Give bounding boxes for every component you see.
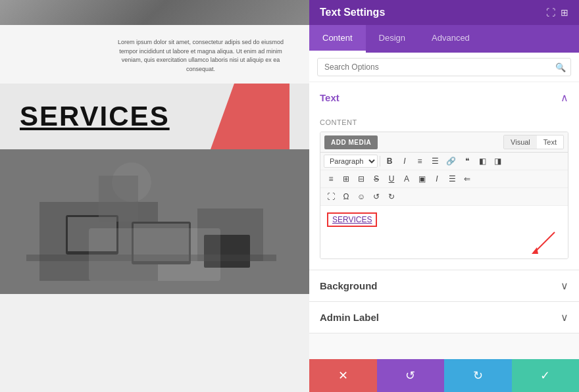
special-char-btn[interactable]: Ω: [339, 190, 353, 203]
redo-icon: ↻: [473, 368, 483, 383]
svg-rect-4: [132, 222, 191, 264]
grid-icon[interactable]: ⊞: [561, 7, 568, 18]
svg-rect-3: [68, 217, 116, 251]
text-section-body: Content ADD MEDIA Visual Text Paragraph: [309, 113, 579, 270]
services-section: SERVICES: [0, 84, 309, 149]
svg-line-11: [535, 232, 555, 252]
justify-btn[interactable]: ☰: [445, 172, 459, 185]
cancel-button[interactable]: ✕: [309, 359, 377, 392]
fullscreen-editor-btn[interactable]: ⛶: [324, 190, 338, 203]
lorem-text: Lorem ipsum dolor sit amet, consectetur …: [112, 38, 290, 74]
ordered-list-btn[interactable]: ☰: [428, 155, 442, 168]
services-link[interactable]: SERVICES: [327, 212, 377, 227]
align-right-btn[interactable]: ◨: [490, 155, 505, 168]
editor-content-area[interactable]: SERVICES: [320, 206, 568, 258]
settings-panel: Text Settings ⛶ ⊞ Content Design Advance…: [309, 0, 579, 392]
preview-top-image: [0, 0, 309, 25]
tab-visual[interactable]: Visual: [504, 135, 537, 149]
add-media-button[interactable]: ADD MEDIA: [324, 135, 378, 149]
strikethrough-btn[interactable]: S: [369, 172, 384, 185]
admin-label-section: Admin Label ∨: [309, 302, 579, 333]
page-preview: Lorem ipsum dolor sit amet, consectetur …: [0, 0, 309, 392]
panel-header-icons: ⛶ ⊞: [546, 7, 568, 18]
search-icon: 🔍: [555, 62, 566, 72]
admin-label-section-header[interactable]: Admin Label ∨: [309, 302, 579, 333]
emoji-btn[interactable]: ☺: [354, 190, 368, 203]
rtl-btn[interactable]: ⇐: [460, 172, 474, 185]
svg-rect-5: [134, 224, 189, 261]
text-section-title: Text: [320, 92, 340, 103]
svg-rect-8: [26, 255, 276, 261]
text-bg-color-btn[interactable]: ▣: [415, 172, 429, 185]
svg-rect-7: [204, 235, 250, 268]
link-btn[interactable]: 🔗: [443, 155, 459, 168]
preview-text-section: Lorem ipsum dolor sit amet, consectetur …: [0, 25, 309, 84]
panel-footer: ✕ ↺ ↻ ✓: [309, 359, 579, 392]
undo-btn[interactable]: ↺: [369, 190, 384, 203]
align-center-btn[interactable]: ≡: [324, 172, 338, 185]
toolbar-row-3: ⛶ Ω ☺ ↺ ↻: [320, 188, 568, 206]
redo-btn[interactable]: ↻: [384, 190, 399, 203]
cancel-icon: ✕: [338, 368, 348, 383]
toolbar-top-row: ADD MEDIA Visual Text: [320, 132, 568, 153]
panel-content: Text ∧ Content ADD MEDIA Visual Text: [309, 82, 579, 359]
align-left-btn[interactable]: ◧: [475, 155, 490, 168]
tab-text[interactable]: Text: [537, 135, 563, 149]
services-heading: SERVICES: [20, 101, 170, 132]
arrow-indicator: [525, 229, 558, 255]
content-label: Content: [320, 118, 568, 126]
save-icon: ✓: [540, 368, 550, 383]
red-shape-decoration: [211, 84, 290, 149]
text-section: Text ∧ Content ADD MEDIA Visual Text: [309, 82, 579, 270]
background-section: Background ∨: [309, 270, 579, 302]
blockquote-btn[interactable]: ❝: [460, 155, 474, 168]
panel-tabs: Content Design Advanced: [309, 25, 579, 53]
search-wrapper: 🔍: [317, 58, 571, 76]
toolbar-row-1: Paragraph Heading 1 Heading 2 B I ≡ ☰ 🔗 …: [320, 153, 568, 170]
tab-content[interactable]: Content: [309, 25, 366, 53]
admin-label-section-title: Admin Label: [320, 312, 379, 323]
visual-text-tabs: Visual Text: [503, 135, 564, 149]
bold-btn[interactable]: B: [382, 155, 397, 168]
preview-bottom-image: [0, 149, 309, 294]
separator-1: [380, 156, 380, 166]
underline-btn[interactable]: U: [384, 172, 399, 185]
panel-header: Text Settings ⛶ ⊞: [309, 0, 579, 25]
unordered-list-btn[interactable]: ≡: [413, 155, 427, 168]
background-section-header[interactable]: Background ∨: [309, 270, 579, 301]
search-input[interactable]: [317, 58, 571, 76]
italic-btn[interactable]: I: [397, 155, 412, 168]
panel-title: Text Settings: [320, 7, 385, 18]
text-section-toggle: ∧: [561, 91, 568, 104]
text-section-header[interactable]: Text ∧: [309, 82, 579, 113]
svg-marker-12: [532, 247, 538, 254]
paragraph-select[interactable]: Paragraph Heading 1 Heading 2: [324, 155, 378, 168]
background-section-toggle: ∨: [561, 280, 568, 292]
redo-button[interactable]: ↻: [444, 359, 512, 392]
background-section-title: Background: [320, 280, 378, 291]
reset-button[interactable]: ↺: [377, 359, 445, 392]
italic2-btn[interactable]: I: [430, 172, 444, 185]
text-color-btn[interactable]: A: [399, 172, 414, 185]
save-button[interactable]: ✓: [512, 359, 580, 392]
svg-rect-10: [99, 176, 138, 222]
search-container: 🔍: [309, 53, 579, 82]
editor-toolbar: ADD MEDIA Visual Text Paragraph Heading …: [320, 132, 568, 259]
table-btn[interactable]: ⊟: [354, 172, 368, 185]
toolbar-row-2: ≡ ⊞ ⊟ S U A ▣ I ☰ ⇐: [320, 170, 568, 188]
fullscreen-icon[interactable]: ⛶: [546, 7, 555, 18]
admin-label-section-toggle: ∨: [561, 311, 568, 324]
tab-advanced[interactable]: Advanced: [418, 25, 483, 53]
reset-icon: ↺: [405, 368, 415, 383]
tab-design[interactable]: Design: [366, 25, 418, 53]
indent-btn[interactable]: ⊞: [339, 172, 353, 185]
